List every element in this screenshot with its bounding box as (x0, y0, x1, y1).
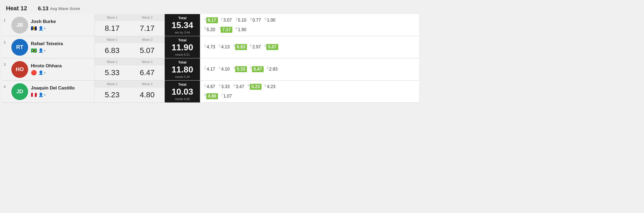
wave-number: 2 (221, 18, 223, 21)
wave1-header: Wave 1 (95, 14, 130, 21)
flag-icon: 🔴 (31, 70, 37, 76)
wave-number: 5 (265, 84, 266, 87)
wave-score-value: 4.13 (221, 44, 230, 50)
wave-number: 4 (248, 84, 250, 87)
surfer-row: 2RTRafael Teixeira🇧🇷👤+Wave 1Wave 26.835.… (3, 36, 419, 58)
header: Heat 12 6.13 Avg Wave Score (3, 3, 419, 14)
total-column: Total10.03needs 6.68 (165, 81, 200, 102)
surfer-row: 3HOHiroto Ohhara🔴👤+Wave 1Wave 25.336.47T… (3, 58, 419, 81)
wave-score-value: 5.20 (206, 27, 216, 33)
surfer-row: 1JBJosh Burke🇧🇧👤+Wave 1Wave 28.177.17Tot… (3, 14, 419, 36)
wave2-header: Wave 2 (130, 81, 165, 87)
wave2-header: Wave 2 (130, 14, 165, 21)
total-column: Total11.80needs 5.44 (165, 58, 200, 80)
avg-wave-label: Avg Wave Score (50, 6, 80, 11)
follow-button[interactable]: 👤+ (38, 92, 46, 97)
wave-chip: 14.73 (204, 44, 216, 50)
surfer-flags: 🔴👤+ (31, 70, 62, 76)
wave-number: 7 (219, 27, 221, 30)
surfer-flags: 🇧🇷👤+ (31, 48, 63, 54)
follow-button[interactable]: 👤+ (38, 70, 46, 75)
rank-label: 2 (4, 38, 9, 44)
wave-number: 6 (204, 27, 206, 30)
wave-number: 7 (221, 94, 223, 96)
wave-chip: 35.33 (233, 66, 247, 72)
wave1-score: 8.17 (95, 21, 130, 36)
wave-score-value: 5.10 (237, 17, 247, 23)
wave-number: 5 (265, 18, 266, 21)
total-label: Total (178, 82, 186, 86)
heat-title: Heat 12 (6, 5, 27, 12)
wave-score-value: 6.47 (252, 66, 264, 72)
wave-score-value: 4.23 (266, 84, 276, 90)
total-score: 11.90 (171, 43, 193, 52)
total-sub: needs 5.44 (175, 75, 190, 78)
wave-chip: 55.07 (265, 44, 278, 50)
wave-score-value: 1.07 (223, 93, 232, 99)
wave2-score: 7.17 (130, 21, 165, 36)
total-score: 10.03 (171, 87, 193, 96)
rank-label: 4 (4, 83, 9, 89)
wave-number: 2 (219, 84, 221, 87)
follow-button[interactable]: 👤+ (38, 48, 46, 53)
surfer-left: 4JDJoaquin Del Castillo🇵🇪👤+ (3, 81, 95, 102)
wave-number: 4 (250, 45, 252, 47)
surfer-info: Joaquin Del Castillo🇵🇪👤+ (31, 85, 75, 98)
wave1-header: Wave 1 (95, 81, 130, 87)
wave-score-value: 1.00 (266, 17, 276, 23)
wave-scores-section: Wave 1Wave 28.177.17 (95, 14, 165, 36)
follow-button[interactable]: 👤+ (38, 26, 46, 31)
wave2-header: Wave 2 (130, 58, 165, 65)
total-sub: needs 6.68 (175, 97, 190, 101)
wave-score-value: 3.07 (223, 17, 232, 23)
surfer-info: Hiroto Ohhara🔴👤+ (31, 63, 62, 76)
wave-number: 3 (233, 45, 235, 47)
wave-score-value: 4.80 (206, 93, 218, 99)
wave-score-value: 2.97 (252, 44, 261, 50)
surfer-info: Rafael Teixeira🇧🇷👤+ (31, 41, 63, 54)
total-score: 11.80 (171, 65, 193, 74)
wave-detail-section: 14.7324.1336.8342.9755.07 (200, 36, 419, 58)
surfer-name: Josh Burke (31, 19, 56, 24)
wave2-header: Wave 2 (130, 36, 165, 43)
wave-scores-section: Wave 1Wave 26.835.07 (95, 36, 165, 58)
wave-chip: 46.47 (250, 66, 264, 72)
wave-number: 1 (204, 45, 206, 47)
wave2-score: 6.47 (130, 65, 165, 80)
wave-chip: 71.07 (221, 93, 233, 99)
wave-number: 4 (250, 67, 252, 69)
wave1-score: 5.33 (95, 65, 130, 80)
flag-icon: 🇵🇪 (31, 92, 37, 98)
surfer-name: Joaquin Del Castillo (31, 85, 75, 91)
wave-score-value: 0.77 (252, 17, 261, 23)
avatar: JB (11, 17, 28, 34)
main-container: Heat 12 6.13 Avg Wave Score 1JBJosh Burk… (3, 3, 419, 103)
wave1-header: Wave 1 (95, 36, 130, 43)
wave-chip: 54.23 (265, 84, 276, 90)
rank-label: 1 (4, 16, 9, 22)
wave-score-value: 5.33 (235, 66, 247, 72)
wave1-header: Wave 1 (95, 58, 130, 65)
wave-chip: 77.17 (219, 27, 233, 33)
wave-chip: 24.10 (219, 66, 230, 72)
wave-number: 1 (204, 84, 206, 87)
wave-chip: 23.33 (219, 84, 230, 90)
wave-number: 6 (204, 94, 206, 96)
wave1-score: 6.83 (95, 43, 130, 58)
wave-number: 8 (235, 27, 237, 30)
wave-chip: 51.00 (265, 17, 276, 23)
wave-number: 5 (265, 45, 266, 47)
wave-chip: 42.97 (250, 44, 261, 50)
total-label: Total (178, 60, 186, 64)
surfer-left: 3HOHiroto Ohhara🔴👤+ (3, 58, 95, 80)
wave-chip: 40.77 (250, 17, 261, 23)
avatar: HO (11, 61, 28, 78)
wave-chip: 35.10 (235, 17, 247, 23)
wave-detail-section: 18.1723.0735.1040.7751.0065.2077.1781.90 (200, 14, 419, 36)
wave-detail-section: 14.1724.1035.3346.4752.83 (200, 58, 419, 80)
surfers-list: 1JBJosh Burke🇧🇧👤+Wave 1Wave 28.177.17Tot… (3, 14, 419, 103)
flag-icon: 🇧🇷 (31, 48, 37, 54)
wave-chip: 23.07 (221, 17, 233, 23)
wave-chip: 33.47 (233, 84, 245, 90)
wave-chip: 18.17 (204, 17, 218, 23)
